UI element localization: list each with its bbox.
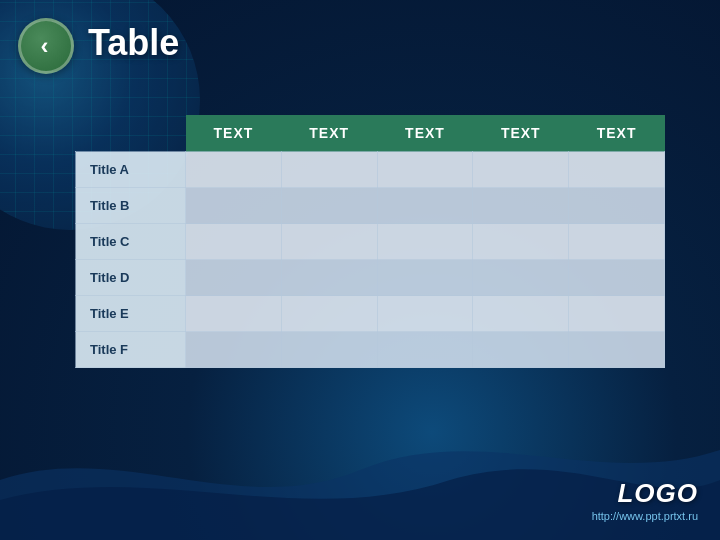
table-header: TEXT TEXT TEXT TEXT TEXT xyxy=(76,115,665,152)
table-row: Title A xyxy=(76,152,665,188)
row-label-4: Title E xyxy=(76,296,186,332)
cell-0-2 xyxy=(377,152,473,188)
page-title: Table xyxy=(88,22,179,64)
cell-0-3 xyxy=(473,152,569,188)
cell-1-2 xyxy=(377,188,473,224)
back-arrow-icon: ‹ xyxy=(41,34,49,58)
cell-2-0 xyxy=(186,224,282,260)
table-row: Title F xyxy=(76,332,665,368)
cell-1-1 xyxy=(281,188,377,224)
cell-0-0 xyxy=(186,152,282,188)
back-button[interactable]: ‹ xyxy=(18,18,74,74)
cell-5-1 xyxy=(281,332,377,368)
row-label-3: Title D xyxy=(76,260,186,296)
cell-4-4 xyxy=(569,296,665,332)
cell-3-0 xyxy=(186,260,282,296)
table-container: TEXT TEXT TEXT TEXT TEXT Title ATitle BT… xyxy=(75,115,665,368)
cell-5-3 xyxy=(473,332,569,368)
cell-2-1 xyxy=(281,224,377,260)
cell-4-1 xyxy=(281,296,377,332)
logo-text: LOGO xyxy=(592,478,698,509)
header-cell-3: TEXT xyxy=(377,115,473,152)
data-table: TEXT TEXT TEXT TEXT TEXT Title ATitle BT… xyxy=(75,115,665,368)
cell-1-3 xyxy=(473,188,569,224)
cell-5-2 xyxy=(377,332,473,368)
row-label-2: Title C xyxy=(76,224,186,260)
row-label-5: Title F xyxy=(76,332,186,368)
table-row: Title B xyxy=(76,188,665,224)
header-cell-4: TEXT xyxy=(473,115,569,152)
cell-4-0 xyxy=(186,296,282,332)
cell-4-3 xyxy=(473,296,569,332)
header-row: TEXT TEXT TEXT TEXT TEXT xyxy=(76,115,665,152)
cell-0-4 xyxy=(569,152,665,188)
cell-5-4 xyxy=(569,332,665,368)
header-cell-5: TEXT xyxy=(569,115,665,152)
header-cell-empty xyxy=(76,115,186,152)
header-cell-2: TEXT xyxy=(281,115,377,152)
cell-2-3 xyxy=(473,224,569,260)
cell-1-0 xyxy=(186,188,282,224)
cell-3-4 xyxy=(569,260,665,296)
logo-url: http://www.ppt.prtxt.ru xyxy=(592,510,698,522)
cell-4-2 xyxy=(377,296,473,332)
logo-area: LOGO http://www.ppt.prtxt.ru xyxy=(592,478,698,522)
row-label-1: Title B xyxy=(76,188,186,224)
cell-3-1 xyxy=(281,260,377,296)
table-row: Title D xyxy=(76,260,665,296)
row-label-0: Title A xyxy=(76,152,186,188)
cell-2-4 xyxy=(569,224,665,260)
header-cell-1: TEXT xyxy=(186,115,282,152)
cell-0-1 xyxy=(281,152,377,188)
table-row: Title C xyxy=(76,224,665,260)
table-row: Title E xyxy=(76,296,665,332)
table-body: Title ATitle BTitle CTitle DTitle ETitle… xyxy=(76,152,665,368)
cell-1-4 xyxy=(569,188,665,224)
cell-5-0 xyxy=(186,332,282,368)
cell-2-2 xyxy=(377,224,473,260)
cell-3-3 xyxy=(473,260,569,296)
cell-3-2 xyxy=(377,260,473,296)
